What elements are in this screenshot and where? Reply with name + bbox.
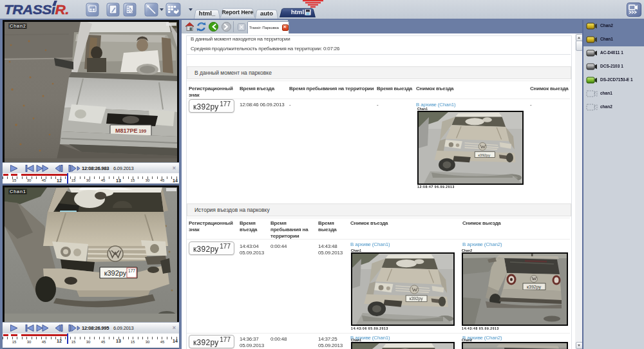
- svg-text:177: 177: [128, 269, 135, 273]
- svg-text:к392ру: к392ру: [104, 269, 127, 277]
- svg-text:М817РЕ 199: М817РЕ 199: [115, 127, 146, 134]
- svg-text:к392ру: к392ру: [410, 296, 423, 301]
- svg-text:к392ру: к392ру: [527, 285, 542, 290]
- svg-text:к392ру: к392ру: [478, 153, 491, 157]
